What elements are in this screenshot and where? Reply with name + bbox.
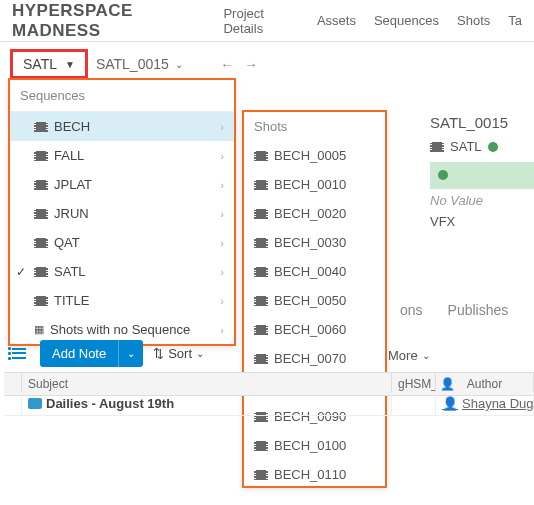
shot-item[interactable]: BECH_0110 [244, 460, 385, 489]
sequences-item[interactable]: FALL› [10, 141, 234, 170]
sequences-panel: Sequences BECH›FALL›JPLAT›JRUN›QAT›✓SATL… [8, 78, 236, 346]
project-title: HYPERSPACE MADNESS [12, 1, 205, 41]
row-author-text: Shayna Dugu [462, 396, 534, 411]
history-back-icon[interactable]: ← [219, 57, 235, 72]
film-icon [254, 325, 268, 335]
sort-button[interactable]: ⇅ Sort ⌄ [153, 346, 204, 361]
more-menu[interactable]: More ⌄ [388, 348, 430, 363]
sequences-item[interactable]: ✓SATL› [10, 257, 234, 286]
sequences-item-label: Shots with no Sequence [50, 322, 190, 337]
department-label: VFX [430, 214, 534, 229]
sequences-item[interactable]: TITLE› [10, 286, 234, 315]
chevron-right-icon: › [220, 237, 224, 249]
row-author[interactable]: 👤 Shayna Dugu [436, 392, 534, 415]
status-strip[interactable] [430, 162, 534, 189]
chevron-right-icon: › [220, 324, 224, 336]
film-icon [34, 296, 48, 306]
entity-info: SATL_0015 SATL No Value VFX [430, 114, 534, 229]
shot-item[interactable]: BECH_0050 [244, 286, 385, 315]
row-subject-text: Dailies - August 19th [46, 396, 174, 411]
shot-item-label: BECH_0050 [274, 293, 346, 308]
shot-item-label: BECH_0005 [274, 148, 346, 163]
film-icon [34, 238, 48, 248]
film-icon [254, 238, 268, 248]
chevron-down-icon: ⌄ [196, 348, 204, 359]
shot-item-label: BECH_0020 [274, 206, 346, 221]
notes-table-row[interactable]: Dailies - August 19th 👤 Shayna Dugu [4, 392, 534, 416]
sequences-item[interactable]: BECH› [10, 112, 234, 141]
film-icon [254, 470, 268, 480]
sequences-item[interactable]: JPLAT› [10, 170, 234, 199]
shot-item-label: BECH_0110 [274, 467, 346, 482]
film-icon [34, 267, 48, 277]
shots-header: Shots [244, 112, 385, 141]
entity-title: SATL_0015 [430, 114, 534, 131]
sequences-item-label: JRUN [54, 206, 89, 221]
chevron-right-icon: › [220, 150, 224, 162]
notes-toolbar: Add Note ⌄ ⇅ Sort ⌄ [8, 340, 204, 367]
chevron-down-icon: ⌄ [422, 350, 430, 361]
col-author-label: Author [467, 377, 502, 391]
shot-breadcrumb-label: SATL_0015 [96, 56, 169, 72]
sequences-item-label: QAT [54, 235, 80, 250]
sequence-dropdown[interactable]: SATL ▼ [10, 49, 88, 79]
subtab-publishes[interactable]: Publishes [448, 302, 509, 318]
tab-project-details[interactable]: Project Details [223, 6, 299, 36]
tab-truncated[interactable]: Ta [508, 13, 522, 28]
tab-assets[interactable]: Assets [317, 13, 356, 28]
sequences-item-label: JPLAT [54, 177, 92, 192]
sort-label: Sort [168, 346, 192, 361]
chevron-right-icon: › [220, 295, 224, 307]
shot-item-label: BECH_0100 [274, 438, 346, 453]
shot-item[interactable]: BECH_0100 [244, 431, 385, 460]
shot-item[interactable]: BECH_0020 [244, 199, 385, 228]
check-icon: ✓ [16, 265, 26, 279]
row-checkbox[interactable] [4, 392, 22, 415]
sort-icon: ⇅ [153, 346, 164, 361]
film-icon [254, 267, 268, 277]
shot-item[interactable]: BECH_0030 [244, 228, 385, 257]
more-label: More [388, 348, 418, 363]
tab-sequences[interactable]: Sequences [374, 13, 439, 28]
chevron-right-icon: › [220, 179, 224, 191]
shots-list[interactable]: BECH_0005BECH_0010BECH_0020BECH_0030BECH… [244, 141, 385, 489]
add-note-button[interactable]: Add Note [40, 340, 118, 367]
film-icon [254, 296, 268, 306]
chevron-right-icon: › [220, 121, 224, 133]
film-icon [34, 209, 48, 219]
history-forward-icon[interactable]: → [243, 57, 259, 72]
sequences-item[interactable]: QAT› [10, 228, 234, 257]
shot-breadcrumb[interactable]: SATL_0015 ⌄ [96, 56, 183, 72]
entity-sequence-label: SATL [450, 139, 482, 154]
note-icon [28, 398, 42, 409]
subtab-ons[interactable]: ons [400, 302, 423, 318]
list-view-icon[interactable] [8, 343, 30, 365]
row-subject: Dailies - August 19th [22, 392, 392, 415]
shot-item[interactable]: BECH_0060 [244, 315, 385, 344]
shot-item-label: BECH_0030 [274, 235, 346, 250]
film-icon [34, 122, 48, 132]
shot-item[interactable]: BECH_0005 [244, 141, 385, 170]
entity-sequence-row: SATL [430, 139, 534, 154]
shot-item-label: BECH_0040 [274, 264, 346, 279]
tab-shots[interactable]: Shots [457, 13, 490, 28]
add-note-dropdown[interactable]: ⌄ [118, 340, 143, 367]
shot-item-label: BECH_0070 [274, 351, 346, 366]
chevron-down-icon: ⌄ [175, 59, 183, 70]
film-icon [254, 354, 268, 364]
shot-item[interactable]: BECH_0070 [244, 344, 385, 373]
sequences-header: Sequences [10, 80, 234, 112]
grid-icon: ▦ [34, 323, 44, 336]
shot-item-label: BECH_0010 [274, 177, 346, 192]
status-dot-icon [488, 142, 498, 152]
top-toolbar: HYPERSPACE MADNESS Project Details Asset… [0, 0, 534, 42]
row-hsm [392, 392, 436, 415]
film-icon [254, 151, 268, 161]
film-icon [34, 151, 48, 161]
sequences-item-label: TITLE [54, 293, 89, 308]
chevron-right-icon: › [220, 208, 224, 220]
shot-item-label: BECH_0060 [274, 322, 346, 337]
shot-item[interactable]: BECH_0040 [244, 257, 385, 286]
shot-item[interactable]: BECH_0010 [244, 170, 385, 199]
sequences-item[interactable]: JRUN› [10, 199, 234, 228]
